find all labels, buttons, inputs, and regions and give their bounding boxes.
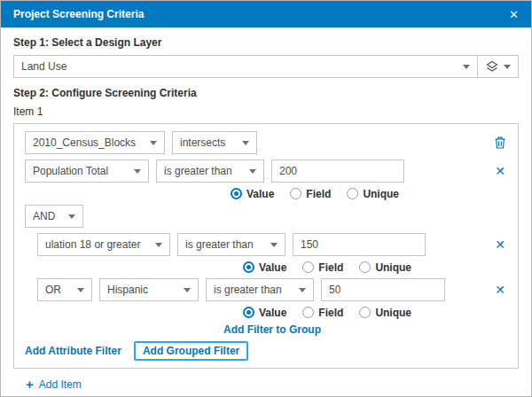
- chevron-down-icon: [184, 288, 191, 292]
- radio-label: Value: [246, 188, 274, 200]
- grouped-filter-highlight: Add Grouped Filter: [134, 341, 248, 361]
- project-screening-criteria-dialog: Project Screening Criteria ✕ Step 1: Sel…: [0, 0, 532, 397]
- filter3-value-input[interactable]: [321, 278, 445, 301]
- radio-unselected-icon: [359, 261, 371, 273]
- radio-unselected-icon: [347, 188, 358, 199]
- attribute-filter-row-3: OR Hispanic is greater than ✕: [37, 278, 507, 301]
- radio-selected-icon: [231, 188, 242, 199]
- filter1-operator-value: is greater than: [164, 165, 242, 177]
- radio-label: Field: [318, 307, 343, 319]
- radio-unselected-icon: [302, 307, 314, 318]
- filter3-logic-select[interactable]: OR: [37, 278, 92, 301]
- radio-option-unique[interactable]: Unique: [359, 307, 411, 319]
- delete-item-button[interactable]: [493, 136, 507, 150]
- logic-operator-row: AND: [25, 205, 507, 228]
- add-item-row: + Add Item: [26, 378, 519, 391]
- radio-option-value[interactable]: Value: [243, 307, 286, 319]
- filter1-field-value: Population Total: [33, 165, 127, 177]
- add-filter-to-group-row: Add Filter to Group: [37, 323, 507, 336]
- attribute-filter-row-1: Population Total is greater than ✕: [25, 160, 507, 183]
- filter2-field-value: ulation 18 or greater: [45, 238, 148, 251]
- filter1-mode-radios: Value Field Unique: [231, 188, 507, 199]
- logic-operator-select[interactable]: AND: [25, 205, 83, 228]
- plus-icon: +: [26, 378, 34, 391]
- radio-unselected-icon: [290, 188, 301, 199]
- filter3-logic-value: OR: [45, 284, 70, 296]
- filter1-operator-select[interactable]: is greater than: [156, 160, 264, 183]
- radio-option-value[interactable]: Value: [231, 188, 274, 200]
- chevron-down-icon: [134, 169, 141, 174]
- spatial-operator-select[interactable]: intersects: [172, 131, 257, 154]
- remove-filter3-icon[interactable]: ✕: [493, 282, 507, 298]
- chevron-down-icon: [463, 65, 470, 69]
- chevron-down-icon: [249, 169, 256, 174]
- filter2-value-input[interactable]: [293, 233, 426, 256]
- filter-links-row: Add Attribute Filter Add Grouped Filter: [25, 341, 507, 361]
- chevron-down-icon: [504, 65, 511, 69]
- remove-filter2-icon[interactable]: ✕: [493, 237, 507, 253]
- radio-unselected-icon: [359, 307, 371, 318]
- radio-option-field[interactable]: Field: [302, 261, 343, 274]
- radio-option-unique[interactable]: Unique: [347, 188, 399, 200]
- add-grouped-filter-link[interactable]: Add Grouped Filter: [143, 345, 239, 357]
- radio-label: Unique: [375, 307, 411, 319]
- screening-item-panel: 2010_Census_Blocks intersects: [13, 123, 519, 369]
- radio-label: Unique: [363, 188, 399, 200]
- add-attribute-filter-link[interactable]: Add Attribute Filter: [25, 345, 121, 357]
- radio-option-value[interactable]: Value: [243, 261, 286, 274]
- filter2-operator-select[interactable]: is greater than: [177, 233, 286, 256]
- filter2-field-select[interactable]: ulation 18 or greater: [37, 233, 170, 256]
- radio-option-unique[interactable]: Unique: [359, 261, 411, 274]
- radio-label: Unique: [375, 261, 411, 274]
- chevron-down-icon: [242, 141, 249, 145]
- chevron-down-icon: [150, 141, 157, 145]
- filter2-operator-value: is greater than: [185, 238, 263, 251]
- radio-selected-icon: [243, 261, 254, 273]
- radio-label: Value: [259, 261, 286, 274]
- radio-label: Value: [259, 307, 286, 319]
- chevron-down-icon: [77, 288, 84, 292]
- design-layer-select[interactable]: Land Use: [13, 55, 478, 78]
- trash-icon: [493, 136, 507, 150]
- attribute-filter-row-2: ulation 18 or greater is greater than ✕: [37, 233, 507, 256]
- add-filter-to-group-link[interactable]: Add Filter to Group: [223, 323, 321, 336]
- dialog-header: Project Screening Criteria ✕: [1, 1, 531, 27]
- spatial-operator-value: intersects: [180, 136, 235, 149]
- design-layer-row: Land Use: [13, 55, 519, 78]
- remove-filter1-icon[interactable]: ✕: [493, 163, 507, 179]
- filter3-operator-value: is greater than: [214, 284, 292, 296]
- radio-option-field[interactable]: Field: [302, 307, 343, 319]
- radio-label: Field: [318, 261, 343, 274]
- filter3-field-value: Hispanic: [107, 284, 176, 296]
- browse-layers-button[interactable]: [478, 55, 519, 78]
- step2-label: Step 2: Configure Screening Criteria: [13, 87, 519, 100]
- add-item-link[interactable]: Add Item: [39, 378, 82, 391]
- chevron-down-icon: [155, 243, 162, 247]
- item-label: Item 1: [13, 105, 519, 119]
- logic-operator-value: AND: [33, 210, 61, 222]
- radio-unselected-icon: [302, 261, 314, 273]
- radio-selected-icon: [243, 307, 254, 318]
- layers-icon: [486, 60, 498, 73]
- criteria-layer-value: 2010_Census_Blocks: [33, 136, 143, 149]
- close-icon[interactable]: ✕: [509, 9, 519, 20]
- radio-option-field[interactable]: Field: [290, 188, 331, 200]
- filter-group: ulation 18 or greater is greater than ✕ …: [37, 233, 507, 336]
- filter3-mode-radios: Value Field Unique: [243, 307, 507, 318]
- step1-label: Step 1: Select a Design Layer: [13, 36, 519, 50]
- filter2-mode-radios: Value Field Unique: [243, 261, 507, 273]
- chevron-down-icon: [299, 288, 306, 292]
- filter3-operator-select[interactable]: is greater than: [206, 278, 314, 301]
- filter1-value-input[interactable]: [271, 160, 404, 183]
- dialog-title: Project Screening Criteria: [13, 8, 144, 20]
- spatial-filter-row: 2010_Census_Blocks intersects: [25, 131, 507, 154]
- chevron-down-icon: [68, 214, 75, 219]
- chevron-down-icon: [270, 243, 278, 247]
- criteria-layer-select[interactable]: 2010_Census_Blocks: [25, 131, 165, 154]
- filter3-field-select[interactable]: Hispanic: [99, 278, 199, 301]
- design-layer-value: Land Use: [21, 60, 456, 73]
- radio-label: Field: [306, 188, 331, 200]
- dialog-body: Step 1: Select a Design Layer Land Use S…: [1, 27, 531, 397]
- filter1-field-select[interactable]: Population Total: [25, 160, 149, 183]
